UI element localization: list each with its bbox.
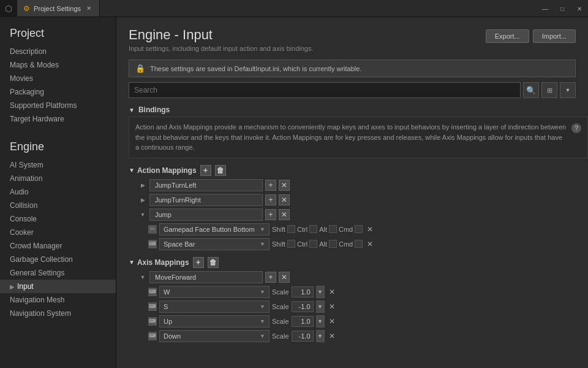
sidebar-item-audio[interactable]: Audio bbox=[0, 185, 116, 199]
view-dropdown-button[interactable]: ▼ bbox=[560, 82, 576, 98]
moveforward-key-w: ⌨ W ▼ Scale ▼ ✕ bbox=[129, 285, 588, 299]
sidebar-item-maps-modes[interactable]: Maps & Modes bbox=[0, 58, 116, 72]
axis-mappings-add-button[interactable]: + bbox=[193, 257, 204, 268]
jump-spacebar-alt-checkbox[interactable] bbox=[329, 240, 337, 248]
jump-spacebar-key-dropdown[interactable]: Space Bar ▼ bbox=[159, 238, 270, 250]
sidebar-item-ai-system[interactable]: AI System bbox=[0, 158, 116, 172]
ctrl-label: Ctrl bbox=[297, 226, 307, 233]
action-mappings-delete-button[interactable]: 🗑 bbox=[215, 165, 226, 176]
help-icon[interactable]: ? bbox=[571, 123, 581, 133]
sidebar-item-crowd-manager[interactable]: Crowd Manager bbox=[0, 239, 116, 253]
sidebar-item-garbage-collection[interactable]: Garbage Collection bbox=[0, 253, 116, 266]
jump-delete-button[interactable]: ✕ bbox=[279, 209, 290, 220]
maximize-button[interactable]: □ bbox=[554, 0, 571, 17]
jump-gamepad-delete-button[interactable]: ✕ bbox=[365, 224, 375, 234]
moveforward-down-key-dropdown[interactable]: Down ▼ bbox=[159, 330, 270, 342]
jump-gamepad-alt-checkbox[interactable] bbox=[329, 225, 337, 233]
jump-gamepad-shift-checkbox[interactable] bbox=[287, 225, 295, 233]
sidebar-item-input[interactable]: ▶ Input bbox=[0, 280, 116, 293]
sidebar-item-general-settings[interactable]: General Settings bbox=[0, 266, 116, 280]
ctrl-label-2: Ctrl bbox=[297, 240, 307, 248]
jump-gamepad-key-dropdown[interactable]: Gamepad Face Button Bottom ▼ bbox=[159, 223, 270, 236]
sidebar-item-navigation-system[interactable]: Navigation System bbox=[0, 307, 116, 320]
jumpturnright-name[interactable]: JumpTurnRight bbox=[149, 194, 263, 206]
keyboard-icon-w: ⌨ bbox=[148, 288, 157, 296]
jumpturnright-add-button[interactable]: + bbox=[265, 194, 276, 205]
jumpturnleft-name[interactable]: JumpTurnLeft bbox=[149, 179, 263, 191]
export-button[interactable]: Export... bbox=[486, 29, 529, 43]
axis-mappings-header: ▼ Axis Mappings + 🗑 bbox=[129, 255, 588, 270]
action-mappings-collapse-arrow[interactable]: ▼ bbox=[129, 167, 135, 174]
moveforward-s-key-label: S bbox=[164, 303, 168, 310]
jump-spacebar-shift-checkbox[interactable] bbox=[287, 240, 295, 248]
sidebar-item-collision[interactable]: Collision bbox=[0, 199, 116, 212]
sidebar-item-movies[interactable]: Movies bbox=[0, 72, 116, 85]
jump-add-button[interactable]: + bbox=[265, 209, 276, 220]
sidebar-item-target-hardware[interactable]: Target Hardware bbox=[0, 112, 116, 126]
jump-gamepad-ctrl-checkbox[interactable] bbox=[309, 225, 317, 233]
moveforward-up-key-label: Up bbox=[164, 318, 172, 325]
moveforward-s-scale-input[interactable] bbox=[292, 301, 314, 312]
moveforward-w-key-dropdown[interactable]: W ▼ bbox=[159, 286, 270, 298]
action-mapping-jumpturnright: ▶ JumpTurnRight + ✕ bbox=[129, 193, 588, 207]
close-button[interactable]: ✕ bbox=[571, 0, 588, 17]
sidebar-item-packaging[interactable]: Packaging bbox=[0, 85, 116, 99]
jumpturnright-expand-arrow[interactable]: ▶ bbox=[138, 196, 147, 204]
page-title: Engine - Input bbox=[129, 27, 313, 43]
import-button[interactable]: Import... bbox=[533, 29, 576, 43]
minimize-button[interactable]: — bbox=[537, 0, 554, 17]
action-mappings-add-button[interactable]: + bbox=[200, 165, 211, 176]
tab-close-button[interactable]: ✕ bbox=[85, 4, 93, 13]
moveforward-s-scale-spin[interactable]: ▼ bbox=[316, 301, 325, 313]
moveforward-up-scale-spin[interactable]: ▼ bbox=[316, 315, 325, 328]
moveforward-w-scale-spin[interactable]: ▼ bbox=[316, 286, 325, 298]
bindings-collapse-arrow[interactable]: ▼ bbox=[129, 107, 135, 113]
jumpturnleft-delete-button[interactable]: ✕ bbox=[279, 180, 290, 191]
moveforward-down-delete-button[interactable]: ✕ bbox=[327, 331, 337, 341]
moveforward-delete-button[interactable]: ✕ bbox=[279, 272, 290, 283]
alt-label-2: Alt bbox=[319, 240, 327, 248]
jumpturnleft-add-button[interactable]: + bbox=[265, 180, 276, 191]
moveforward-expand-arrow[interactable]: ▼ bbox=[138, 273, 147, 282]
jump-spacebar-delete-button[interactable]: ✕ bbox=[365, 239, 375, 249]
jumpturnright-delete-button[interactable]: ✕ bbox=[279, 194, 290, 205]
jump-gamepad-cmd-checkbox[interactable] bbox=[355, 225, 363, 233]
action-mapping-jump: ▼ Jump + ✕ bbox=[129, 207, 588, 222]
axis-mapping-moveforward: ▼ MoveForward + ✕ bbox=[129, 270, 588, 285]
moveforward-down-scale-input[interactable] bbox=[292, 331, 314, 342]
jump-spacebar-ctrl-checkbox[interactable] bbox=[309, 240, 317, 248]
moveforward-up-delete-button[interactable]: ✕ bbox=[327, 316, 337, 326]
scale-label-w: Scale bbox=[272, 288, 289, 296]
sidebar-item-animation[interactable]: Animation bbox=[0, 172, 116, 185]
sidebar-item-navigation-mesh[interactable]: Navigation Mesh bbox=[0, 293, 116, 307]
moveforward-name[interactable]: MoveForward bbox=[149, 271, 263, 283]
action-mapping-jumpturnleft: ▶ JumpTurnLeft + ✕ bbox=[129, 178, 588, 193]
project-settings-tab[interactable]: ⚙ Project Settings ✕ bbox=[17, 0, 100, 17]
moveforward-down-scale-spin[interactable]: ▼ bbox=[316, 330, 325, 342]
jump-name[interactable]: Jump bbox=[149, 209, 263, 221]
grid-view-button[interactable]: ⊞ bbox=[541, 82, 557, 98]
jumpturnleft-expand-arrow[interactable]: ▶ bbox=[138, 181, 147, 190]
moveforward-s-delete-button[interactable]: ✕ bbox=[327, 302, 337, 312]
sidebar-item-description[interactable]: Description bbox=[0, 45, 116, 58]
moveforward-up-scale-input[interactable] bbox=[292, 316, 314, 327]
moveforward-s-key-dropdown[interactable]: S ▼ bbox=[159, 301, 270, 313]
keyboard-icon-down: ⌨ bbox=[148, 332, 157, 340]
sidebar-item-cooker[interactable]: Cooker bbox=[0, 226, 116, 239]
search-input[interactable] bbox=[129, 82, 521, 98]
axis-mappings-delete-button[interactable]: 🗑 bbox=[208, 257, 219, 268]
moveforward-w-scale-input[interactable] bbox=[292, 286, 314, 297]
sidebar: Project Description Maps & Modes Movies … bbox=[0, 17, 116, 368]
moveforward-down-key-label: Down bbox=[164, 332, 181, 340]
axis-mappings-collapse-arrow[interactable]: ▼ bbox=[129, 259, 135, 266]
jump-spacebar-cmd-checkbox[interactable] bbox=[355, 240, 363, 248]
sidebar-item-console[interactable]: Console bbox=[0, 212, 116, 226]
jump-expand-arrow[interactable]: ▼ bbox=[138, 210, 147, 219]
search-button[interactable]: 🔍 bbox=[523, 82, 539, 98]
moveforward-add-button[interactable]: + bbox=[265, 272, 276, 283]
moveforward-up-key-dropdown[interactable]: Up ▼ bbox=[159, 315, 270, 328]
sidebar-item-supported-platforms[interactable]: Supported Platforms bbox=[0, 99, 116, 112]
sidebar-arrow-icon: ▶ bbox=[10, 283, 15, 290]
moveforward-w-delete-button[interactable]: ✕ bbox=[327, 287, 337, 297]
bindings-desc-text: Action and Axis Mappings provide a mecha… bbox=[135, 123, 566, 151]
